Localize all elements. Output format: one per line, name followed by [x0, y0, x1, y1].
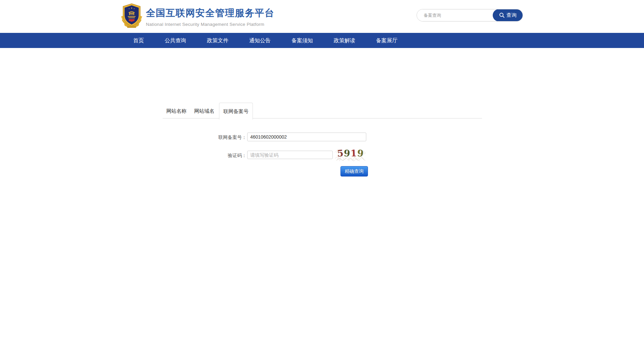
nav-item-home[interactable]: 首页: [123, 33, 154, 48]
nav-item-public-query[interactable]: 公共查询: [154, 33, 197, 48]
nav-item-notices[interactable]: 通知公告: [239, 33, 281, 48]
tab-website-domain[interactable]: 网站域名: [189, 103, 220, 119]
captcha-code: 5 9 1 9: [334, 148, 366, 158]
site-title: 全国互联网安全管理服务平台: [146, 7, 275, 19]
header-search: 查询: [417, 9, 523, 21]
main-content: 网站名称 网站域名 联网备案号 联网备案号： 验证码： 5 9 1: [0, 48, 644, 349]
brand-block: 全国互联网安全管理服务平台 National Internet Security…: [146, 7, 275, 27]
main-navbar: 首页 公共查询 政策文件 通知公告 备案须知 政策解读 备案展厅: [0, 33, 644, 48]
nav-item-policy-documents[interactable]: 政策文件: [197, 33, 239, 48]
search-input[interactable]: [417, 9, 493, 21]
record-number-label: 联网备案号：: [169, 135, 247, 141]
page-header: 全国互联网安全管理服务平台 National Internet Security…: [0, 0, 644, 33]
search-button-label: 查询: [506, 12, 517, 18]
record-number-input[interactable]: [247, 133, 366, 141]
search-icon: [499, 12, 505, 18]
exact-query-button[interactable]: 精确查询: [340, 166, 368, 177]
captcha-digit: 9: [343, 148, 350, 158]
captcha-image[interactable]: 5 9 1 9: [334, 148, 366, 161]
site-subtitle: National Internet Security Management Se…: [146, 22, 275, 27]
police-badge-logo: [120, 2, 143, 29]
captcha-label: 验证码：: [169, 153, 247, 159]
nav-item-policy-interpretation[interactable]: 政策解读: [323, 33, 366, 48]
nav-list: 首页 公共查询 政策文件 通知公告 备案须知 政策解读 备案展厅: [0, 33, 644, 48]
captcha-digit: 1: [350, 148, 357, 158]
nav-item-filing-instructions[interactable]: 备案须知: [281, 33, 323, 48]
captcha-digit: 9: [357, 148, 364, 159]
tab-website-name[interactable]: 网站名称: [161, 103, 192, 119]
search-button[interactable]: 查询: [493, 9, 523, 21]
tab-filing-number[interactable]: 联网备案号: [219, 103, 253, 119]
nav-item-filing-hall[interactable]: 备案展厅: [366, 33, 408, 48]
captcha-input[interactable]: [247, 151, 333, 159]
captcha-digit: 5: [337, 148, 344, 159]
